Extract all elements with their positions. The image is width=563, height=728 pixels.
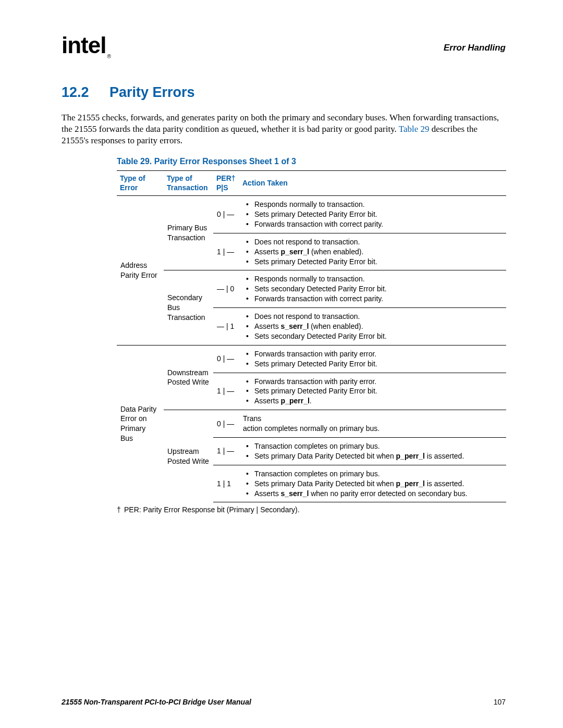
table-body: Address Parity Error Primary Bus Transac… xyxy=(117,196,506,502)
section-heading: 12.2Parity Errors xyxy=(62,84,506,101)
cell-transaction: Downstream Posted Write xyxy=(164,345,213,410)
table-header-row: Type of Error Type of Transaction PER† P… xyxy=(117,171,506,196)
cell-per: 0 | — xyxy=(213,345,239,373)
cell-actions: Trans action completes normally on prima… xyxy=(239,410,506,438)
th-type-transaction: Type of Transaction xyxy=(164,171,213,196)
intro-paragraph: The 21555 checks, forwards, and generate… xyxy=(62,112,506,146)
cell-transaction: Secondary Bus Transaction xyxy=(164,270,213,345)
table-caption: Table 29. Parity Error Responses Sheet 1… xyxy=(117,157,506,166)
page-header: intel® Error Handling xyxy=(62,32,506,59)
page-number: 107 xyxy=(494,698,506,706)
table-row: Secondary Bus Transaction — | 0 Responds… xyxy=(117,270,506,308)
parity-error-table: Type of Error Type of Transaction PER† P… xyxy=(117,170,506,502)
cell-actions: Transaction completes on primary bus. Se… xyxy=(239,438,506,465)
cell-actions: Responds normally to transaction. Sets p… xyxy=(239,196,506,233)
cell-per: 0 | — xyxy=(213,410,239,438)
cell-actions: Does not respond to transaction. Asserts… xyxy=(239,308,506,346)
logo-registered: ® xyxy=(107,54,110,59)
cell-error: Address Parity Error xyxy=(117,196,164,346)
cell-per: — | 0 xyxy=(213,270,239,308)
table-footnote: †PER: Parity Error Response bit (Primary… xyxy=(117,505,506,514)
table-link[interactable]: Table 29 xyxy=(399,124,430,134)
section-number: 12.2 xyxy=(62,84,109,101)
th-type-error: Type of Error xyxy=(117,171,164,196)
cell-transaction: Upstream Posted Write xyxy=(164,410,213,502)
cell-per: 1 | — xyxy=(213,438,239,465)
table-row: Upstream Posted Write 0 | — Trans action… xyxy=(117,410,506,438)
cell-actions: Forwards transaction with parity error. … xyxy=(239,373,506,410)
th-action: Action Taken xyxy=(239,171,506,196)
cell-per: 0 | — xyxy=(213,196,239,233)
cell-actions: Responds normally to transaction. Sets s… xyxy=(239,270,506,308)
intel-logo: intel® xyxy=(62,32,111,59)
cell-per: 1 | — xyxy=(213,233,239,270)
table-row: Address Parity Error Primary Bus Transac… xyxy=(117,196,506,233)
cell-actions: Does not respond to transaction. Asserts… xyxy=(239,233,506,270)
page-footer: 21555 Non-Transparent PCI-to-PCI Bridge … xyxy=(62,698,506,706)
th-per: PER† P|S xyxy=(213,171,239,196)
page-section-label: Error Handling xyxy=(444,43,506,53)
cell-actions: Forwards transaction with parity error. … xyxy=(239,345,506,373)
cell-per: 1 | 1 xyxy=(213,465,239,502)
cell-per: — | 1 xyxy=(213,308,239,346)
footnote-text: PER: Parity Error Response bit (Primary … xyxy=(124,505,300,514)
cell-per: 1 | — xyxy=(213,373,239,410)
cell-transaction: Primary Bus Transaction xyxy=(164,196,213,270)
footer-title: 21555 Non-Transparent PCI-to-PCI Bridge … xyxy=(62,698,251,706)
cell-error: Data Parity Error on Primary Bus xyxy=(117,345,164,502)
cell-actions: Transaction completes on primary bus. Se… xyxy=(239,465,506,502)
dagger-symbol: † xyxy=(117,505,124,514)
table-row: Data Parity Error on Primary Bus Downstr… xyxy=(117,345,506,373)
section-title: Parity Errors xyxy=(109,84,195,100)
logo-text: intel xyxy=(62,32,106,58)
